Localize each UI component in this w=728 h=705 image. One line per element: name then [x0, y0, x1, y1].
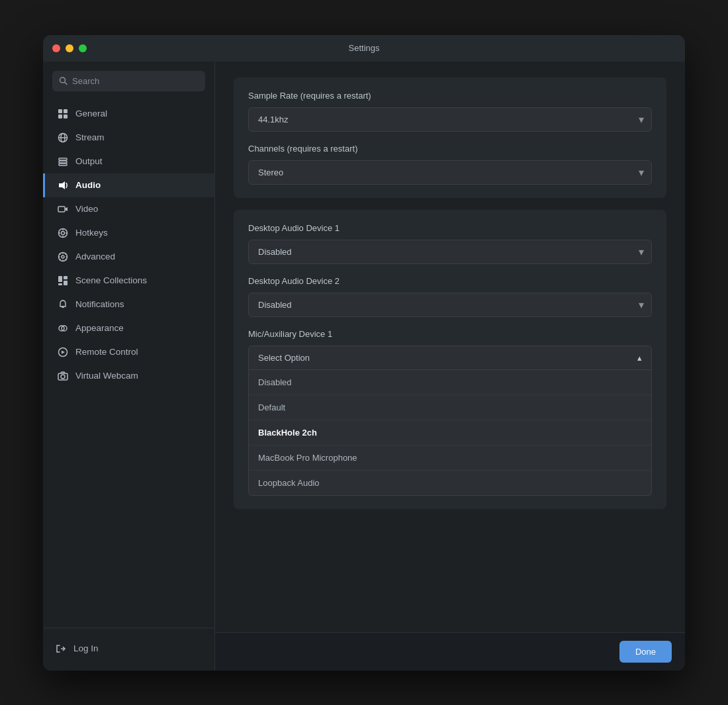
svg-rect-3: [64, 109, 68, 113]
sidebar-item-virtual-webcam[interactable]: Virtual Webcam: [43, 364, 214, 388]
sidebar-label-remote-control: Remote Control: [75, 347, 138, 357]
sidebar-item-appearance[interactable]: Appearance: [43, 316, 214, 340]
sidebar-label-notifications: Notifications: [75, 299, 124, 309]
sidebar-item-output[interactable]: Output: [43, 150, 214, 173]
content-area: General Stream: [43, 62, 685, 671]
sidebar-label-scene-collections: Scene Collections: [75, 275, 147, 285]
sample-rate-select[interactable]: 44.1khz 48khz: [248, 107, 652, 132]
desktop-audio-1-select-wrapper: Disabled Default ▾: [248, 240, 652, 264]
sidebar-label-virtual-webcam: Virtual Webcam: [75, 371, 138, 381]
mic-aux-1-option-disabled[interactable]: Disabled: [249, 370, 651, 395]
svg-rect-9: [59, 158, 67, 160]
login-item[interactable]: Log In: [43, 636, 214, 661]
mic-aux-1-arrow-icon: ▴: [637, 353, 642, 363]
mic-aux-1-option-blackhole[interactable]: BlackHole 2ch: [249, 420, 651, 446]
mic-aux-1-option-macbook-mic[interactable]: MacBook Pro Microphone: [249, 446, 651, 471]
svg-rect-32: [64, 276, 68, 279]
channels-label: Channels (requires a restart): [248, 144, 652, 154]
maximize-button[interactable]: [79, 44, 87, 52]
svg-rect-11: [59, 164, 67, 165]
svg-point-16: [62, 231, 65, 234]
sidebar-label-stream: Stream: [75, 132, 105, 142]
mic-aux-1-option-default[interactable]: Default: [249, 395, 651, 420]
remote-icon: [57, 346, 69, 358]
mic-aux-1-label: Mic/Auxiliary Device 1: [248, 329, 652, 339]
svg-rect-5: [64, 115, 68, 118]
scenes-icon: [57, 275, 69, 287]
sidebar-item-stream[interactable]: Stream: [43, 126, 214, 150]
svg-point-22: [62, 256, 64, 258]
speaker-icon: [57, 179, 69, 191]
main-content: Sample Rate (requires a restart) 44.1khz…: [215, 62, 685, 632]
desktop-audio-1-select[interactable]: Disabled Default: [248, 240, 652, 264]
sidebar-item-advanced[interactable]: Advanced: [43, 245, 214, 269]
desktop-audio-1-field: Desktop Audio Device 1 Disabled Default …: [248, 223, 652, 264]
audio-basic-card: Sample Rate (requires a restart) 44.1khz…: [234, 77, 666, 198]
channels-select[interactable]: Stereo Mono: [248, 160, 652, 185]
minimize-button[interactable]: [66, 44, 73, 52]
layers-icon: [57, 156, 69, 167]
done-button[interactable]: Done: [619, 641, 672, 663]
sidebar: General Stream: [43, 62, 215, 671]
sample-rate-field: Sample Rate (requires a restart) 44.1khz…: [248, 91, 652, 132]
svg-rect-31: [58, 276, 62, 282]
appearance-icon: [57, 322, 69, 334]
window-title: Settings: [349, 43, 380, 53]
svg-line-27: [60, 254, 61, 255]
sidebar-label-advanced: Advanced: [75, 252, 115, 261]
sidebar-label-general: General: [75, 109, 107, 118]
globe-icon: [57, 132, 69, 144]
settings-window: Settings: [43, 35, 685, 671]
mic-aux-1-dropdown-list: Disabled Default BlackHole 2ch MacBook P…: [248, 370, 652, 496]
sidebar-label-output: Output: [75, 156, 103, 166]
footer: Done: [215, 632, 685, 671]
sidebar-item-audio[interactable]: Audio: [43, 173, 214, 197]
svg-marker-12: [59, 181, 65, 189]
svg-rect-4: [58, 115, 62, 118]
sidebar-item-scene-collections[interactable]: Scene Collections: [43, 269, 214, 293]
login-label: Log In: [73, 643, 99, 653]
svg-rect-10: [59, 161, 67, 163]
sidebar-label-video: Video: [75, 204, 98, 214]
sample-rate-select-wrapper: 44.1khz 48khz ▾: [248, 107, 652, 132]
desktop-audio-1-label: Desktop Audio Device 1: [248, 223, 652, 233]
login-icon: [55, 643, 67, 655]
sidebar-item-remote-control[interactable]: Remote Control: [43, 340, 214, 364]
sidebar-item-notifications[interactable]: Notifications: [43, 293, 214, 316]
hotkeys-icon: [57, 227, 69, 239]
desktop-audio-2-select[interactable]: Disabled Default: [248, 293, 652, 317]
sidebar-label-appearance: Appearance: [75, 323, 124, 333]
mic-aux-1-trigger[interactable]: Select Option ▴: [248, 346, 652, 370]
sidebar-item-general[interactable]: General: [43, 102, 214, 126]
search-input[interactable]: [52, 71, 205, 91]
svg-rect-33: [64, 281, 68, 285]
sidebar-item-hotkeys[interactable]: Hotkeys: [43, 221, 214, 245]
svg-marker-40: [62, 350, 65, 353]
mic-aux-1-field: Mic/Auxiliary Device 1 Select Option ▴ D…: [248, 329, 652, 496]
svg-point-42: [61, 375, 65, 379]
svg-rect-2: [58, 109, 62, 113]
desktop-audio-card: Desktop Audio Device 1 Disabled Default …: [234, 210, 666, 509]
sidebar-item-video[interactable]: Video: [43, 197, 214, 221]
grid-icon: [57, 108, 69, 120]
sidebar-label-hotkeys: Hotkeys: [75, 228, 108, 238]
svg-line-30: [60, 259, 61, 260]
titlebar: Settings: [43, 35, 685, 62]
advanced-icon: [57, 251, 69, 263]
bell-icon: [57, 299, 69, 310]
svg-line-29: [66, 254, 67, 255]
svg-rect-34: [58, 283, 62, 285]
sidebar-label-audio: Audio: [75, 180, 101, 190]
camera-icon: [57, 370, 69, 382]
traffic-lights: [52, 44, 87, 52]
mic-aux-1-trigger-text: Select Option: [258, 353, 310, 363]
mic-aux-1-dropdown: Select Option ▴ Disabled Default BlackHo…: [248, 346, 652, 496]
desktop-audio-2-select-wrapper: Disabled Default ▾: [248, 293, 652, 317]
sidebar-bottom: Log In: [43, 628, 214, 661]
close-button[interactable]: [52, 44, 60, 52]
desktop-audio-2-field: Desktop Audio Device 2 Disabled Default …: [248, 276, 652, 317]
mic-aux-1-option-loopback[interactable]: Loopback Audio: [249, 471, 651, 495]
svg-rect-13: [58, 207, 65, 212]
video-icon: [57, 203, 69, 215]
search-wrapper: [52, 71, 205, 91]
